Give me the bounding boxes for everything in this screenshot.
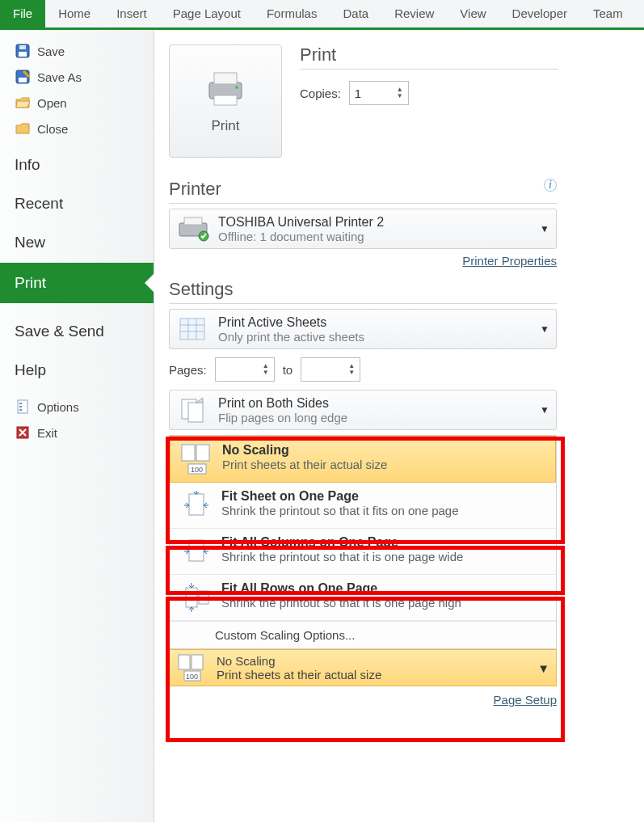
sidebar-label: Close [37, 122, 68, 136]
svg-rect-15 [184, 217, 202, 225]
backstage-sidebar: Save Save As Open Close Info Recent New … [0, 30, 154, 822]
sidebar-exit[interactable]: Exit [0, 420, 154, 445]
pages-to-label: to [283, 363, 293, 377]
printer-section-title: Printer i [169, 179, 557, 204]
printer-properties-link[interactable]: Printer Properties [462, 254, 557, 268]
pages-to-input[interactable] [301, 360, 348, 380]
save-icon [15, 43, 31, 59]
print-button-label: Print [212, 118, 240, 134]
highlight-box [166, 546, 565, 595]
pages-from-input[interactable] [216, 360, 263, 380]
sides-title: Print on Both Sides [218, 396, 532, 411]
save-as-icon [15, 69, 31, 85]
tab-file[interactable]: File [0, 0, 45, 27]
tab-formulas[interactable]: Formulas [254, 0, 330, 27]
tab-home[interactable]: Home [45, 0, 103, 27]
print-button[interactable]: Print [169, 44, 282, 158]
printer-status: Offline: 1 document waiting [218, 230, 532, 243]
sidebar-info[interactable]: Info [0, 141, 154, 180]
both-sides-icon [176, 395, 210, 424]
folder-open-icon [15, 95, 31, 111]
tab-view[interactable]: View [447, 0, 499, 27]
ribbon-tabs: File Home Insert Page Layout Formulas Da… [0, 0, 644, 30]
sidebar-label: Open [37, 96, 67, 110]
print-title: Print [300, 44, 558, 70]
svg-point-13 [235, 86, 238, 89]
highlight-box [166, 437, 565, 544]
sidebar-label: Save As [37, 70, 82, 84]
chevron-down-icon: ▼ [540, 223, 549, 234]
info-icon[interactable]: i [544, 179, 557, 192]
print-what-sub: Only print the active sheets [218, 330, 532, 344]
copies-spinner[interactable]: ▲▼ [349, 81, 409, 105]
svg-rect-23 [188, 403, 203, 422]
svg-rect-5 [18, 400, 27, 413]
folder-close-icon [15, 120, 31, 137]
sidebar-label: Exit [37, 426, 57, 440]
print-what-title: Print Active Sheets [218, 315, 532, 330]
exit-icon [15, 424, 31, 441]
chevron-down-icon: ▼ [540, 323, 549, 335]
svg-rect-6 [19, 403, 22, 404]
spinner-arrows-icon[interactable]: ▲▼ [397, 87, 408, 99]
svg-rect-12 [214, 95, 237, 105]
svg-rect-4 [19, 78, 27, 82]
tab-page-layout[interactable]: Page Layout [160, 0, 254, 27]
tab-insert[interactable]: Insert [103, 0, 160, 27]
sidebar-print[interactable]: Print [0, 263, 154, 303]
sidebar-open[interactable]: Open [0, 90, 154, 116]
svg-rect-11 [214, 73, 237, 84]
copies-label: Copies: [300, 87, 341, 100]
sidebar-options[interactable]: Options [0, 394, 154, 420]
printer-dropdown[interactable]: TOSHIBA Universal Printer 2 Offline: 1 d… [169, 209, 557, 249]
spinner-arrows-icon[interactable]: ▲▼ [348, 363, 360, 376]
sidebar-close[interactable]: Close [0, 116, 154, 141]
highlight-box [166, 597, 565, 742]
tab-team[interactable]: Team [580, 0, 636, 27]
tab-data[interactable]: Data [330, 0, 381, 27]
chevron-down-icon: ▼ [540, 404, 549, 416]
pages-to[interactable]: ▲▼ [301, 357, 360, 382]
svg-rect-8 [19, 409, 22, 411]
sidebar-recent[interactable]: Recent [0, 180, 154, 219]
sidebar-help[interactable]: Help [0, 347, 154, 386]
svg-rect-17 [180, 319, 204, 340]
tab-review[interactable]: Review [381, 0, 447, 27]
pages-label: Pages: [169, 363, 207, 377]
printer-name: TOSHIBA Universal Printer 2 [218, 215, 532, 230]
print-what-dropdown[interactable]: Print Active Sheets Only print the activ… [169, 309, 557, 349]
sidebar-new[interactable]: New [0, 219, 154, 258]
settings-section-title: Settings [169, 279, 557, 304]
spinner-arrows-icon[interactable]: ▲▼ [263, 363, 274, 376]
svg-rect-7 [19, 406, 22, 407]
print-backstage: Print Print Copies: ▲▼ Printer i [154, 30, 644, 822]
copies-input[interactable] [350, 83, 397, 103]
tab-developer[interactable]: Developer [499, 0, 580, 27]
svg-rect-2 [19, 45, 26, 49]
sides-sub: Flip pages on long edge [218, 411, 532, 424]
sidebar-label: Save [37, 44, 65, 58]
printer-device-icon [176, 214, 210, 243]
printer-icon [203, 68, 248, 108]
sidebar-label: Options [37, 400, 79, 414]
svg-rect-1 [19, 52, 27, 57]
options-icon [15, 399, 31, 415]
scaling-area: 100 No Scaling Print sheets at their act… [169, 435, 557, 686]
sidebar-save-as[interactable]: Save As [0, 64, 154, 90]
sides-dropdown[interactable]: Print on Both Sides Flip pages on long e… [169, 390, 557, 430]
pages-from[interactable]: ▲▼ [215, 357, 275, 382]
sidebar-save[interactable]: Save [0, 38, 154, 64]
sheets-icon [176, 314, 210, 344]
sidebar-save-send[interactable]: Save & Send [0, 308, 154, 347]
